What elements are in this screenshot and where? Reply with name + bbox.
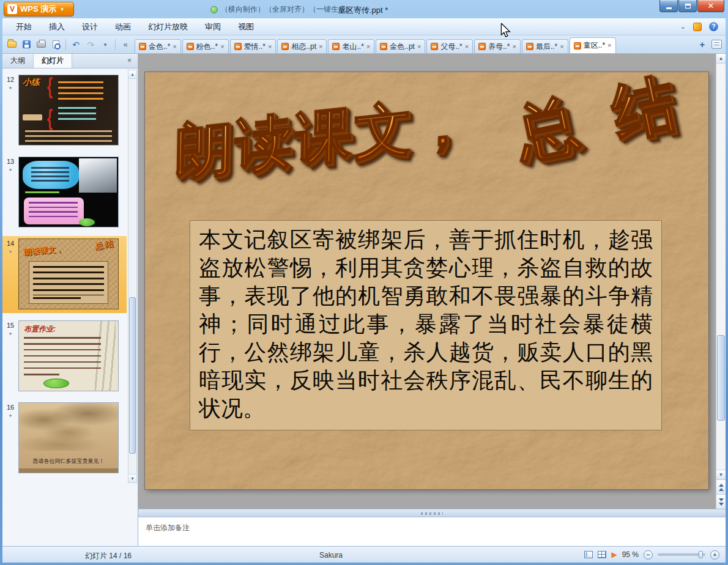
slide-thumbnail-15[interactable]: 15 ✦ 布置作业: [2, 318, 127, 395]
tab-close-icon[interactable]: × [220, 43, 224, 50]
decor-label [23, 114, 42, 120]
zoom-out-button[interactable]: − [644, 550, 653, 559]
animation-star-icon: ✦ [2, 249, 18, 255]
new-tab-button[interactable]: + [696, 39, 708, 51]
tab-list-button[interactable] [710, 38, 723, 51]
open-button[interactable] [5, 38, 18, 51]
thumbnail-preview[interactable]: 朗读课文， 总结 [18, 238, 119, 309]
doc-tab-fense[interactable]: 粉色..*× [182, 39, 229, 53]
decor-text-lines [33, 266, 104, 295]
doc-tab-yangmu[interactable]: 养母..*× [474, 39, 521, 53]
thumb-caption: 小练 [23, 77, 40, 88]
tab-close-icon[interactable]: × [173, 43, 176, 50]
menu-item-animation[interactable]: 动画 [106, 18, 139, 35]
doc-tab-xianglian[interactable]: 相恋..pt× [277, 39, 327, 53]
tab-close-icon[interactable]: × [513, 43, 516, 50]
maximize-button[interactable] [678, 0, 697, 12]
doc-tab-jinse2[interactable]: 金色..pt× [376, 39, 425, 53]
doc-tab-tongqu-active[interactable]: 童区..*× [570, 37, 616, 53]
tab-close-icon[interactable]: × [268, 43, 272, 50]
slide-thumbnail-16[interactable]: 16 ✦ 恳请各位同仁多提宝贵意见！ [2, 400, 127, 477]
toolbar-separator [115, 39, 116, 50]
menu-item-insert[interactable]: 插入 [40, 18, 73, 35]
scrollbar-thumb[interactable] [717, 335, 725, 421]
doc-tab-laoshan[interactable]: 老山..*× [328, 39, 374, 53]
zoom-slider[interactable] [658, 553, 705, 556]
redo-button[interactable]: ↷ [84, 38, 97, 51]
slide-sorter-view-icon[interactable] [598, 551, 606, 558]
tab-scroll-left-button[interactable]: « [119, 38, 132, 51]
notes-pane[interactable]: 单击添加备注 [138, 517, 726, 546]
decor-text-lines [24, 374, 59, 375]
tab-close-icon[interactable]: × [319, 43, 322, 50]
undo-icon: ↶ [72, 40, 80, 49]
slide-thumbnail-13[interactable]: 13 ✦ [2, 154, 127, 231]
minimize-button[interactable] [659, 0, 678, 12]
save-button[interactable] [20, 38, 33, 51]
tab-slides[interactable]: 幻灯片 [34, 54, 72, 68]
doc-tab-label: 金色..pt [390, 42, 415, 52]
collapse-ribbon-icon[interactable]: ⌄ [680, 23, 686, 31]
slide-number: 15 [7, 322, 14, 329]
toolbar-dropdown-button[interactable]: ▾ [98, 38, 112, 51]
tab-close-icon[interactable]: × [465, 43, 469, 50]
undo-button[interactable]: ↶ [69, 38, 83, 51]
menu-item-view[interactable]: 视图 [229, 18, 262, 35]
previous-slide-button[interactable] [716, 479, 726, 494]
scroll-up-icon[interactable]: ▲ [128, 70, 136, 79]
slide-body-textbox[interactable]: 本文记叙区寄被绑架后，善于抓住时机，趁强盗放松警惕，利用其贪婪心理，杀盗自救的故… [190, 220, 662, 430]
menu-item-design[interactable]: 设计 [73, 18, 106, 35]
vertical-scrollbar[interactable]: ▲ ▼ [716, 54, 726, 509]
next-slide-button[interactable] [716, 494, 726, 509]
close-button[interactable]: ✕ [697, 0, 724, 12]
scroll-up-icon[interactable]: ▲ [716, 54, 726, 64]
doc-tab-label: 最后..* [536, 42, 557, 52]
doc-tab-jinse1[interactable]: 金色..*× [135, 39, 181, 53]
animation-star-icon: ✦ [2, 331, 18, 337]
normal-view-icon[interactable] [584, 551, 593, 558]
doc-tab-fumu[interactable]: 父母..*× [426, 39, 473, 53]
thumb-caption: 布置作业: [24, 324, 56, 334]
slideshow-play-icon[interactable]: ▶ [611, 551, 617, 558]
menu-item-start[interactable]: 开始 [7, 18, 40, 35]
slide-thumbnail-12[interactable]: 12 ✦ 小练 { { [2, 72, 127, 149]
thumbnail-preview[interactable]: 恳请各位同仁多提宝贵意见！ [18, 402, 119, 473]
tab-close-icon[interactable]: × [366, 43, 370, 50]
vip-icon[interactable] [693, 23, 702, 31]
ppt-file-icon [380, 43, 387, 50]
tab-close-icon[interactable]: × [607, 42, 611, 49]
doc-tab-label: 父母..* [440, 42, 462, 52]
panel-scrollbar[interactable]: ▲ ▼ [128, 70, 137, 483]
notes-splitter-handle[interactable] [138, 509, 726, 517]
panel-scrollbar-thumb[interactable] [129, 297, 136, 454]
thumbnail-preview[interactable]: 布置作业: [18, 320, 119, 391]
print-preview-icon [53, 40, 59, 48]
tab-list-icon [711, 40, 722, 49]
decor-text-lines [25, 130, 112, 142]
thumbnail-preview[interactable]: 小练 { { [18, 75, 119, 146]
toolbar-separator [65, 39, 66, 50]
print-button[interactable] [34, 38, 48, 51]
print-preview-button[interactable] [49, 38, 62, 51]
doc-tab-zuihou[interactable]: 最后..*× [522, 39, 568, 53]
slide-canvas[interactable]: 朗读课文， 总 结 本文记叙区寄被绑架后，善于抓住时机，趁强盗放松警惕，利用其贪… [145, 72, 708, 489]
help-icon[interactable]: ? [709, 22, 718, 31]
menu-item-slideshow[interactable]: 幻灯片放映 [139, 18, 196, 35]
zoom-in-button[interactable]: + [710, 550, 719, 559]
slide-number: 13 [7, 158, 14, 165]
slide-thumbnail-14-selected[interactable]: 14 ✦ 朗读课文， 总结 [2, 236, 127, 313]
slide-panel: 大纲 幻灯片 × 12 ✦ 小练 { { 13 ✦ [2, 54, 138, 546]
tab-close-icon[interactable]: × [560, 43, 563, 50]
wps-app-menu-button[interactable]: V WPS 演示 ▾ [4, 2, 74, 17]
double-chevron-up-icon [719, 488, 724, 491]
thumbnail-preview[interactable] [18, 157, 119, 227]
tab-close-icon[interactable]: × [417, 43, 421, 50]
panel-close-icon[interactable]: × [124, 56, 135, 66]
tab-outline[interactable]: 大纲 [2, 54, 34, 68]
doc-tab-aiqing[interactable]: 爱情..*× [230, 39, 277, 53]
scroll-down-icon[interactable]: ▼ [128, 474, 136, 482]
doc-tab-label: 养母..* [488, 42, 510, 52]
scroll-down-icon[interactable]: ▼ [716, 470, 726, 479]
menu-item-review[interactable]: 审阅 [196, 18, 229, 35]
zoom-slider-thumb[interactable] [699, 551, 703, 558]
